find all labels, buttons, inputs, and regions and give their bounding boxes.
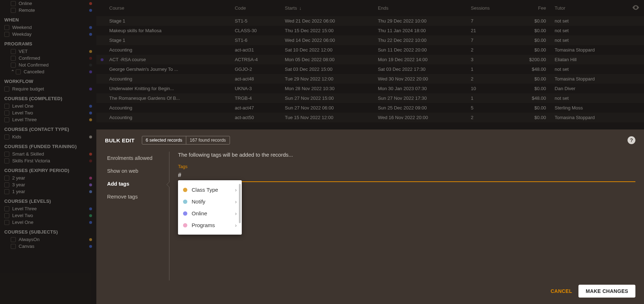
filter-item[interactable]: Level Three (4, 116, 92, 123)
table-row[interactable]: Accountingact-act50Tue 15 Nov 2022 12:00… (96, 113, 644, 122)
filter-item[interactable]: VET (11, 48, 92, 55)
make-changes-button[interactable]: MAKE CHANGES (578, 285, 635, 298)
table-row[interactable]: The Romanesque Gardens Of B...TRGB-4Sun … (96, 93, 644, 103)
checkbox[interactable] (4, 213, 9, 218)
filter-item[interactable]: Canvas (11, 243, 92, 250)
checkbox[interactable] (4, 104, 9, 109)
cancel-button[interactable]: CANCEL (551, 288, 572, 294)
table-row[interactable]: Stage 1ST1-5Wed 21 Dec 2022 06:00Thu 29 … (96, 16, 644, 26)
checkbox[interactable] (4, 152, 9, 157)
filter-label: Canvas (19, 244, 87, 249)
selected-records-count[interactable]: 6 selected records (142, 136, 186, 144)
filter-item[interactable]: Remote (11, 7, 92, 14)
col-course[interactable]: Course (105, 0, 230, 16)
dropdown-item[interactable]: Notify › (178, 196, 242, 207)
checkbox[interactable] (4, 206, 9, 211)
tag-dot (89, 153, 92, 156)
checkbox[interactable] (11, 1, 16, 6)
filter-label: 2 year (12, 175, 87, 181)
filter-item[interactable]: Require budget (4, 85, 92, 92)
checkbox[interactable] (11, 8, 16, 13)
checkbox[interactable] (4, 25, 9, 30)
checkbox[interactable] (16, 69, 21, 74)
col-sessions[interactable]: Sessions (467, 0, 510, 16)
chevron-right-icon: › (235, 198, 237, 205)
filter-item[interactable]: Confirmed (11, 55, 92, 62)
visibility-icon[interactable] (632, 7, 640, 13)
tag-dot (89, 57, 92, 60)
filter-item[interactable]: Weekday (4, 31, 92, 38)
found-records-count[interactable]: 167 found records (186, 136, 230, 144)
table-row[interactable]: Accountingact-act31Sat 10 Dec 2022 12:00… (96, 45, 644, 55)
filter-label: AlwaysOn (19, 237, 87, 242)
checkbox[interactable] (4, 220, 9, 225)
checkbox[interactable] (4, 134, 9, 139)
filter-item[interactable]: 1 year (4, 188, 92, 195)
filter-item[interactable]: 2 year (4, 175, 92, 181)
filter-label: 3 year (12, 182, 87, 187)
tag-dot (89, 214, 92, 217)
dropdown-item-label: Notify (192, 198, 205, 205)
side-tab[interactable]: Show on web (105, 165, 169, 177)
col-tutor[interactable]: Tutor (551, 0, 628, 16)
collapse-icon[interactable]: ⌃ (11, 69, 14, 74)
filter-item[interactable]: Level Three (4, 205, 92, 212)
dropdown-item[interactable]: Online › (178, 207, 242, 219)
checkbox[interactable] (4, 111, 9, 116)
tags-input[interactable] (178, 171, 635, 182)
filter-item[interactable]: Level One (4, 219, 92, 226)
checkbox[interactable] (11, 56, 16, 61)
checkbox[interactable] (11, 63, 16, 68)
filter-item[interactable]: Weekend (4, 24, 92, 31)
checkbox[interactable] (4, 117, 9, 122)
filter-item[interactable]: Level Two (4, 212, 92, 219)
dropdown-item[interactable]: Programs › (178, 219, 242, 231)
table-row[interactable]: Makeup skills for MafiosaCLASS-30Thu 15 … (96, 26, 644, 35)
filter-item[interactable]: Level One (4, 103, 92, 109)
side-tab[interactable]: Add tags (105, 177, 169, 190)
checkbox[interactable] (4, 158, 9, 163)
filter-item[interactable]: Level Two (4, 109, 92, 116)
filter-item[interactable]: 3 year (4, 181, 92, 188)
tag-dot (89, 190, 92, 193)
col-ends[interactable]: Ends (374, 0, 467, 16)
checkbox[interactable] (11, 244, 16, 249)
col-fee[interactable]: Fee (510, 0, 550, 16)
table-row[interactable]: ACT -RSA courseACTRSA-4Mon 05 Dec 2022 0… (96, 55, 644, 64)
bulk-edit-modal: BULK EDIT 6 selected records 167 found r… (96, 129, 644, 304)
dropdown-scrollbar[interactable] (239, 184, 241, 223)
filter-group-title: WHEN (4, 17, 92, 23)
tag-dot (89, 64, 92, 67)
filter-label: Weekend (12, 25, 87, 30)
dropdown-item[interactable]: Class Type › (178, 184, 242, 196)
checkbox[interactable] (4, 87, 9, 92)
side-tab[interactable]: Enrolments allowed (105, 152, 169, 165)
checkbox[interactable] (4, 189, 9, 194)
col-starts[interactable]: Starts↓ (280, 0, 374, 16)
filter-item[interactable]: Skills First Victoria (4, 157, 92, 164)
filter-label: Level One (12, 103, 87, 109)
filter-item[interactable]: ⌃ Cancelled (11, 68, 92, 75)
filter-item[interactable]: Smart & Skilled (4, 151, 92, 157)
tag-dot (89, 183, 92, 186)
filter-item[interactable]: Kids (4, 133, 92, 140)
table-row[interactable]: George Gershwin's Journey To ...GGJO-2Sa… (96, 64, 644, 74)
table-row[interactable]: Accountingact-act47Sun 27 Nov 2022 06:00… (96, 103, 644, 113)
table-row[interactable]: Accountingact-act48Tue 29 Nov 2022 12:00… (96, 74, 644, 84)
filter-item[interactable]: Not Confirmed (11, 62, 92, 68)
table-row[interactable]: Underwater Knitting for Begin...UKNA-3Mo… (96, 84, 644, 93)
filter-item[interactable]: AlwaysOn (11, 236, 92, 243)
checkbox[interactable] (11, 49, 16, 54)
checkbox[interactable] (4, 32, 9, 37)
help-icon[interactable]: ? (628, 136, 635, 144)
checkbox[interactable] (11, 237, 16, 242)
checkbox[interactable] (4, 182, 9, 187)
record-count-pills[interactable]: 6 selected records 167 found records (142, 136, 230, 144)
filter-label: Smart & Skilled (12, 151, 87, 157)
filter-group-title: COURSES (COMPLETED) (4, 96, 92, 101)
table-row[interactable]: Stage 1ST1-6Wed 14 Dec 2022 06:00Thu 22 … (96, 35, 644, 45)
side-tab[interactable]: Remove tags (105, 190, 169, 203)
filter-item[interactable]: Online (11, 0, 92, 7)
checkbox[interactable] (4, 176, 9, 181)
col-code[interactable]: Code (230, 0, 280, 16)
